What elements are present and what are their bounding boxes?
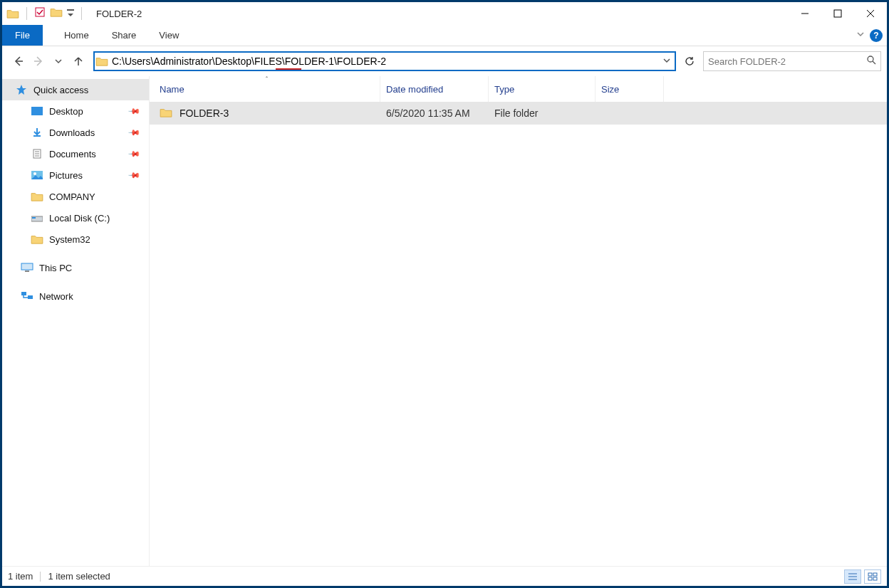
minimize-button[interactable] bbox=[789, 2, 821, 25]
quick-access-star-icon bbox=[15, 84, 28, 95]
column-date[interactable]: Date modified bbox=[380, 76, 489, 102]
pin-icon: 📌 bbox=[127, 104, 140, 117]
qat-folder-icon[interactable] bbox=[50, 7, 63, 20]
folder-icon bbox=[31, 191, 43, 202]
column-date-label: Date modified bbox=[386, 84, 443, 95]
documents-icon bbox=[31, 148, 43, 159]
ribbon-right: ? bbox=[856, 25, 883, 46]
help-icon[interactable]: ? bbox=[870, 29, 883, 42]
qat-properties-icon[interactable] bbox=[34, 6, 46, 21]
cell-date: 6/5/2020 11:35 AM bbox=[380, 102, 489, 125]
nav-network[interactable]: Network bbox=[2, 285, 149, 307]
ribbon-tab-file[interactable]: File bbox=[2, 25, 43, 46]
file-name: FOLDER-3 bbox=[180, 107, 229, 119]
nav-item-label: Documents bbox=[49, 149, 96, 159]
window-controls bbox=[789, 2, 887, 25]
window-title: FOLDER-2 bbox=[96, 9, 142, 19]
address-bar[interactable] bbox=[93, 51, 676, 71]
svg-line-9 bbox=[873, 61, 875, 64]
svg-rect-30 bbox=[868, 577, 872, 580]
refresh-button[interactable] bbox=[680, 52, 699, 70]
recent-dropdown-icon[interactable] bbox=[52, 55, 65, 68]
file-row[interactable]: FOLDER-3 6/5/2020 11:35 AM File folder bbox=[150, 102, 887, 125]
nav-item-label: System32 bbox=[49, 234, 90, 245]
disk-icon bbox=[31, 212, 43, 224]
svg-rect-29 bbox=[873, 573, 877, 576]
svg-point-8 bbox=[868, 56, 873, 62]
maximize-button[interactable] bbox=[821, 2, 854, 25]
back-button[interactable] bbox=[12, 55, 25, 68]
nav-item-company[interactable]: COMPANY bbox=[2, 186, 149, 207]
pin-icon: 📌 bbox=[127, 147, 140, 160]
nav-item-desktop[interactable]: Desktop 📌 bbox=[2, 100, 149, 122]
status-bar: 1 item 1 item selected bbox=[2, 566, 887, 586]
sort-indicator-icon: ˆ bbox=[266, 75, 268, 83]
explorer-window: FOLDER-2 File Home Share View ? bbox=[0, 0, 889, 588]
folder-icon bbox=[31, 233, 43, 245]
separator-icon bbox=[40, 572, 41, 582]
svg-rect-0 bbox=[36, 8, 44, 16]
nav-item-local-disk[interactable]: Local Disk (C:) bbox=[2, 207, 149, 229]
svg-rect-21 bbox=[21, 263, 33, 270]
path-underline-files bbox=[276, 68, 301, 70]
app-folder-icon bbox=[6, 9, 19, 19]
nav-item-pictures[interactable]: Pictures 📌 bbox=[2, 164, 149, 186]
list-pane: Name ˆ Date modified Type Size FOLDER-3 … bbox=[150, 76, 887, 566]
close-button[interactable] bbox=[854, 2, 887, 25]
ribbon-tab-view[interactable]: View bbox=[147, 25, 190, 46]
thumbnails-view-button[interactable] bbox=[864, 569, 881, 584]
status-selection: 1 item selected bbox=[48, 571, 110, 582]
column-name[interactable]: Name ˆ bbox=[154, 76, 380, 102]
svg-rect-31 bbox=[873, 577, 877, 580]
column-size[interactable]: Size bbox=[596, 76, 664, 102]
nav-item-label: COMPANY bbox=[49, 191, 95, 202]
status-left: 1 item 1 item selected bbox=[8, 571, 110, 582]
forward-button[interactable] bbox=[32, 55, 45, 68]
ribbon-tabs: File Home Share View ? bbox=[2, 25, 887, 46]
svg-rect-1 bbox=[67, 9, 74, 11]
body-area: Quick access Desktop 📌 Downloads 📌 Docum… bbox=[2, 76, 887, 566]
nav-item-label: Local Disk (C:) bbox=[49, 213, 110, 224]
search-icon[interactable] bbox=[866, 55, 876, 68]
svg-rect-3 bbox=[834, 10, 841, 17]
column-name-label: Name bbox=[160, 84, 184, 95]
column-headers: Name ˆ Date modified Type Size bbox=[150, 76, 887, 102]
title-bar: FOLDER-2 bbox=[2, 2, 887, 25]
nav-item-system32[interactable]: System32 bbox=[2, 229, 149, 250]
separator-icon bbox=[81, 7, 82, 20]
view-switcher bbox=[844, 569, 881, 584]
nav-this-pc[interactable]: This PC bbox=[2, 257, 149, 278]
search-box[interactable] bbox=[703, 51, 881, 71]
nav-item-documents[interactable]: Documents 📌 bbox=[2, 143, 149, 164]
svg-point-18 bbox=[33, 172, 36, 175]
address-folder-icon bbox=[95, 56, 109, 66]
svg-rect-22 bbox=[25, 271, 29, 272]
search-input[interactable] bbox=[708, 56, 866, 67]
nav-item-downloads[interactable]: Downloads 📌 bbox=[2, 122, 149, 143]
nav-row bbox=[2, 46, 887, 76]
ribbon-tab-home[interactable]: Home bbox=[53, 25, 100, 46]
nav-arrows bbox=[8, 55, 89, 68]
nav-item-label: Pictures bbox=[49, 170, 83, 181]
pin-icon: 📌 bbox=[127, 125, 140, 139]
address-dropdown-icon[interactable] bbox=[659, 57, 675, 65]
status-item-count: 1 item bbox=[8, 571, 33, 582]
qat-dropdown-icon[interactable] bbox=[67, 9, 74, 18]
pictures-icon bbox=[31, 169, 43, 181]
folder-icon bbox=[160, 107, 172, 120]
svg-rect-11 bbox=[31, 107, 43, 115]
navigation-pane: Quick access Desktop 📌 Downloads 📌 Docum… bbox=[2, 76, 150, 566]
nav-item-label: Desktop bbox=[49, 106, 83, 117]
nav-quick-access[interactable]: Quick access bbox=[2, 79, 149, 100]
title-left: FOLDER-2 bbox=[2, 6, 142, 21]
svg-rect-28 bbox=[868, 573, 872, 576]
quick-access-toolbar bbox=[34, 6, 74, 21]
column-type[interactable]: Type bbox=[489, 76, 596, 102]
separator-icon bbox=[26, 7, 27, 20]
ribbon-collapse-icon[interactable] bbox=[856, 29, 865, 42]
ribbon-tab-share[interactable]: Share bbox=[100, 25, 148, 46]
nav-item-label: Downloads bbox=[49, 127, 95, 138]
up-button[interactable] bbox=[72, 55, 85, 68]
details-view-button[interactable] bbox=[844, 569, 861, 584]
address-input[interactable] bbox=[109, 56, 659, 67]
